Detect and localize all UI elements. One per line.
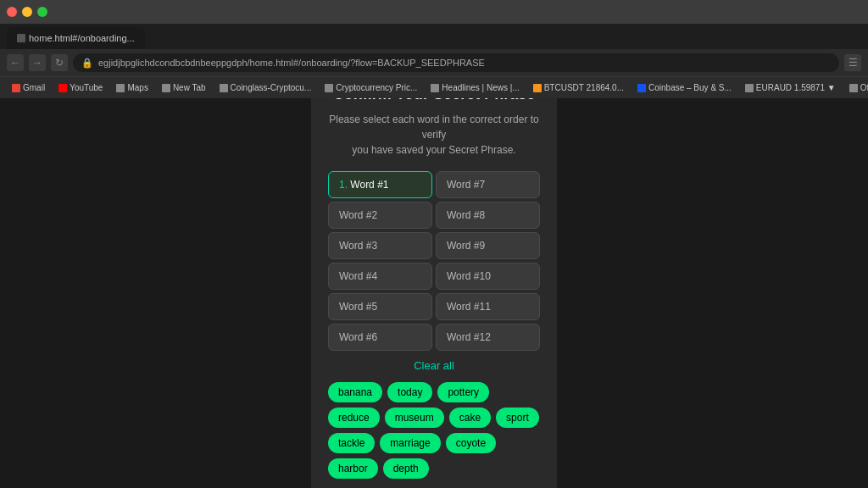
word-cell-11[interactable]: Word #11 xyxy=(436,293,540,320)
lock-icon: 🔒 xyxy=(81,58,93,69)
clear-all-button[interactable]: Clear all xyxy=(414,359,454,372)
bookmark-btc[interactable]: BTCUSDT 21864.0... xyxy=(528,81,629,94)
tab-bar: home.html#/onboarding... xyxy=(0,24,868,49)
bookmark-label: Cryptocurrency Pric... xyxy=(336,83,417,92)
bookmark-crypto-price[interactable]: Cryptocurrency Pric... xyxy=(320,81,422,94)
maximize-button[interactable] xyxy=(37,7,47,17)
coinbase-icon xyxy=(637,84,646,92)
address-bar[interactable]: 🔒 egjidjbpglichdcondbcbdnbeeppgdph/home.… xyxy=(73,53,839,72)
btc-icon xyxy=(533,84,542,92)
chip-pottery[interactable]: pottery xyxy=(437,382,489,402)
newtab-icon xyxy=(162,84,170,92)
word-cell-5[interactable]: Word #5 xyxy=(328,293,432,320)
bookmark-cat[interactable]: Official CAT footwe... xyxy=(844,81,868,94)
bookmark-label: New Tab xyxy=(173,83,206,92)
back-nav-button[interactable]: ← xyxy=(7,54,24,71)
word-cell-4[interactable]: Word #4 xyxy=(328,263,432,290)
word-cell-7[interactable]: Word #7 xyxy=(436,171,540,198)
title-bar xyxy=(0,0,868,24)
bookmark-eur[interactable]: EURAUD 1.59871 ▼ xyxy=(740,81,841,94)
bookmark-coinbase[interactable]: Coinbase – Buy & S... xyxy=(632,81,737,94)
chip-banana[interactable]: banana xyxy=(328,382,382,402)
bookmark-label: Official CAT footwe... xyxy=(860,83,868,92)
confirm-phrase-card: Confirm Your Secret Phrase Please select… xyxy=(311,98,557,488)
chip-marriage[interactable]: marriage xyxy=(380,433,440,453)
crypto-price-icon xyxy=(325,84,333,92)
bookmark-label: Coinbase – Buy & S... xyxy=(648,83,732,92)
chip-today[interactable]: today xyxy=(387,382,432,402)
bookmark-label: Gmail xyxy=(23,83,45,92)
word-cell-8[interactable]: Word #8 xyxy=(436,202,540,229)
chip-tackle[interactable]: tackle xyxy=(328,433,375,453)
bookmark-headlines[interactable]: Headlines | News |... xyxy=(426,81,524,94)
extensions-button[interactable]: ☰ xyxy=(844,54,861,71)
maps-icon xyxy=(116,84,125,92)
eur-icon xyxy=(745,84,754,92)
card-subtitle: Please select each word in the correct o… xyxy=(328,112,540,158)
chip-harbor[interactable]: harbor xyxy=(328,458,378,479)
bookmark-label: BTCUSDT 21864.0... xyxy=(544,83,624,92)
word-cell-12[interactable]: Word #12 xyxy=(436,324,540,351)
forward-nav-button[interactable]: → xyxy=(29,54,46,71)
tab-favicon xyxy=(17,34,25,42)
bookmark-youtube[interactable]: YouTube xyxy=(53,81,108,94)
chip-reduce[interactable]: reduce xyxy=(328,408,380,428)
chip-depth[interactable]: depth xyxy=(383,458,429,479)
active-tab[interactable]: home.html#/onboarding... xyxy=(7,27,145,49)
word-chips-container: bananatodaypotteryreducemuseumcakesportt… xyxy=(328,382,540,479)
word-grid: 1. Word #1Word #7Word #2Word #8Word #3Wo… xyxy=(328,171,540,351)
bookmark-label: Maps xyxy=(127,83,147,92)
word-label: Word #1 xyxy=(350,179,388,191)
bookmark-gmail[interactable]: Gmail xyxy=(7,81,50,94)
word-cell-1[interactable]: 1. Word #1 xyxy=(328,171,432,198)
chip-museum[interactable]: museum xyxy=(385,408,444,428)
bookmark-label: EURAUD 1.59871 ▼ xyxy=(756,83,836,92)
nav-bar: ← → ↻ 🔒 egjidjbpglichdcondbcbdnbeeppgdph… xyxy=(0,49,868,76)
card-title: Confirm Your Secret Phrase xyxy=(333,98,535,103)
word-cell-3[interactable]: Word #3 xyxy=(328,232,432,259)
bookmark-maps[interactable]: Maps xyxy=(111,81,153,94)
bookmark-label: Headlines | News |... xyxy=(442,83,519,92)
chip-sport[interactable]: sport xyxy=(496,408,539,428)
url-text: egjidjbpglichdcondbcbdnbeeppgdph/home.ht… xyxy=(98,58,485,68)
word-cell-9[interactable]: Word #9 xyxy=(436,232,540,259)
word-cell-10[interactable]: Word #10 xyxy=(436,263,540,290)
youtube-icon xyxy=(58,84,67,92)
bookmarks-bar: Gmail YouTube Maps New Tab Coinglass-Cry… xyxy=(0,76,868,98)
word-cell-6[interactable]: Word #6 xyxy=(328,324,432,351)
minimize-button[interactable] xyxy=(22,7,32,17)
headlines-icon xyxy=(431,84,439,92)
cat-icon xyxy=(849,84,858,92)
word-cell-2[interactable]: Word #2 xyxy=(328,202,432,229)
bookmark-coinglass[interactable]: Coinglass-Cryptocu... xyxy=(214,81,317,94)
tab-label: home.html#/onboarding... xyxy=(29,33,135,43)
chip-cake[interactable]: cake xyxy=(449,408,491,428)
refresh-button[interactable]: ↻ xyxy=(51,54,68,71)
bookmark-label: Coinglass-Cryptocu... xyxy=(231,83,312,92)
page-content: Confirm Your Secret Phrase Please select… xyxy=(0,98,868,488)
bookmark-label: YouTube xyxy=(70,83,103,92)
chip-coyote[interactable]: coyote xyxy=(446,433,496,453)
coinglass-icon xyxy=(220,84,228,92)
bookmark-newtab[interactable]: New Tab xyxy=(157,81,211,94)
gmail-icon xyxy=(12,84,20,92)
subtitle-line2: you have saved your Secret Phrase. xyxy=(352,144,515,156)
browser-chrome: home.html#/onboarding... ← → ↻ 🔒 egjidjb… xyxy=(0,0,868,98)
subtitle-line1: Please select each word in the correct o… xyxy=(329,114,538,141)
close-button[interactable] xyxy=(7,7,17,17)
word-number: 1. xyxy=(339,179,350,191)
